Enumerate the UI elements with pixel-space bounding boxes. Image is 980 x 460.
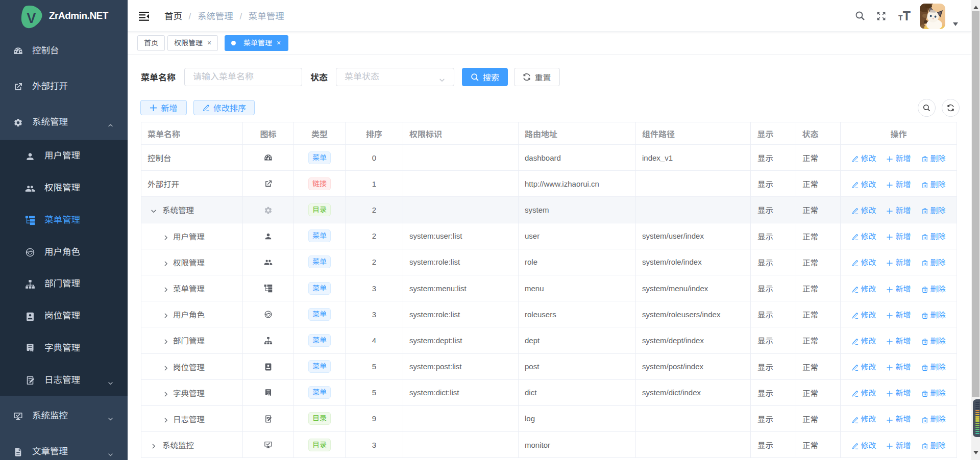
svg-text:V: V [27,10,36,27]
